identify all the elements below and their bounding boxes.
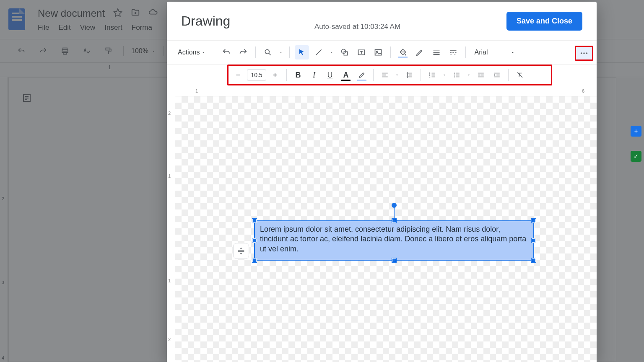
drawing-canvas[interactable]: Lorem ipsum dolor sit amet, consectetur … — [175, 96, 597, 362]
svg-point-13 — [583, 52, 585, 54]
zoom-button[interactable] — [261, 45, 275, 59]
more-button-highlight — [575, 46, 593, 61]
resize-handle-n[interactable] — [392, 219, 396, 223]
resize-handle-w[interactable] — [252, 238, 257, 243]
redo-button[interactable] — [236, 45, 250, 59]
secondary-toolbar-highlight: 10.5 B I U A 123 — [227, 65, 552, 85]
bold-button[interactable]: B — [291, 68, 305, 82]
bulleted-list-button[interactable] — [449, 68, 464, 82]
svg-rect-9 — [375, 49, 382, 55]
actions-menu[interactable]: Actions — [174, 47, 209, 58]
text-color-button[interactable]: A — [339, 68, 353, 82]
font-family-select[interactable]: Arial — [471, 46, 518, 59]
resize-handle-sw[interactable] — [252, 258, 257, 262]
border-dash-button[interactable] — [446, 45, 460, 59]
align-dropdown[interactable] — [394, 73, 400, 77]
drawing-dialog: Drawing Auto-saved at 10:03:24 AM Save a… — [167, 2, 597, 362]
textbox-content[interactable]: Lorem ipsum dolor sit amet, consectetur … — [260, 225, 526, 253]
zoom-dropdown[interactable] — [278, 50, 284, 54]
dialog-title: Drawing — [181, 13, 230, 29]
clear-formatting-button[interactable] — [513, 68, 527, 82]
save-and-close-button[interactable]: Save and Close — [506, 12, 582, 31]
border-weight-button[interactable] — [429, 45, 444, 59]
line-spacing-button[interactable] — [402, 68, 416, 82]
bulleted-list-dropdown[interactable] — [465, 73, 472, 77]
font-size-input[interactable]: 10.5 — [247, 69, 266, 81]
font-size-increase[interactable] — [268, 68, 282, 82]
select-tool[interactable] — [295, 45, 309, 59]
svg-point-14 — [586, 52, 588, 54]
svg-point-18 — [454, 72, 455, 73]
svg-point-20 — [454, 76, 455, 77]
align-button[interactable] — [378, 68, 392, 82]
line-tool-dropdown[interactable] — [328, 50, 335, 54]
undo-button[interactable] — [219, 45, 234, 59]
underline-button[interactable]: U — [323, 68, 337, 82]
svg-point-11 — [405, 54, 406, 55]
side-action-check-icon[interactable]: ✓ — [631, 151, 641, 162]
drawing-canvas-area: 1 6 2 1 1 2 Lorem ipsum dolor sit amet, … — [167, 87, 597, 362]
selected-textbox[interactable]: Lorem ipsum dolor sit amet, consectetur … — [254, 220, 534, 261]
highlight-color-button[interactable] — [355, 68, 369, 82]
side-action-plus-icon[interactable]: ＋ — [631, 126, 641, 137]
increase-indent-button[interactable] — [490, 68, 504, 82]
resize-handle-se[interactable] — [532, 258, 536, 262]
canvas-horizontal-ruler: 1 6 — [175, 87, 597, 96]
fill-color-button[interactable] — [396, 45, 410, 59]
font-size-decrease[interactable] — [231, 68, 245, 82]
autosave-status: Auto-saved at 10:03:24 AM — [314, 23, 400, 31]
resize-handle-e[interactable] — [532, 238, 536, 243]
shape-tool[interactable] — [338, 45, 352, 59]
numbered-list-button[interactable]: 123 — [425, 68, 439, 82]
autofit-handle[interactable] — [233, 243, 249, 259]
more-button[interactable] — [577, 46, 591, 60]
textbox-tool[interactable] — [354, 45, 369, 59]
svg-point-5 — [265, 49, 270, 54]
drawing-toolbar-primary: Actions Arial — [167, 40, 597, 65]
resize-handle-s[interactable] — [392, 258, 396, 262]
canvas-vertical-ruler: 2 1 1 2 — [167, 96, 175, 362]
rotate-line — [394, 206, 395, 219]
svg-text:3: 3 — [429, 75, 431, 78]
border-color-button[interactable] — [413, 45, 427, 59]
svg-point-19 — [454, 75, 455, 75]
rotate-handle[interactable] — [392, 203, 397, 208]
numbered-list-dropdown[interactable] — [441, 73, 448, 77]
resize-handle-nw[interactable] — [252, 219, 257, 223]
italic-button[interactable]: I — [307, 68, 321, 82]
resize-handle-ne[interactable] — [532, 219, 536, 223]
line-tool[interactable] — [312, 45, 326, 59]
image-tool[interactable] — [371, 45, 385, 59]
svg-point-12 — [581, 52, 582, 54]
decrease-indent-button[interactable] — [474, 68, 488, 82]
